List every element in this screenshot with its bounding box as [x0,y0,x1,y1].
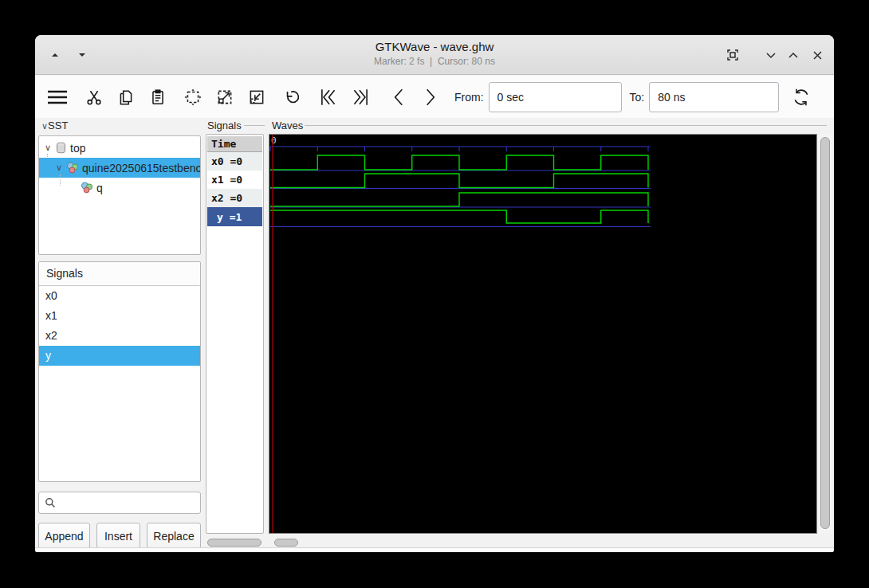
signals-frame-label: Signals [207,120,242,131]
search-icon [45,497,56,508]
tree-item-top[interactable]: ∨ top [39,138,200,158]
trace-value: =0 [230,174,242,186]
shade-up-icon [50,52,60,58]
waves-frame-line [305,125,827,126]
names-hscrollbar[interactable] [207,539,261,547]
shade-down-button[interactable] [72,45,92,65]
wave-names-panel: Time x0 =0 x1 =0 x2 =0 y =1 [206,134,264,534]
shade-up-button[interactable] [45,45,65,65]
list-item-x2[interactable]: x2 [39,326,200,346]
menu-icon [46,89,69,105]
append-button[interactable]: Append [38,523,90,549]
cursor-readout: Cursor: 80 ns [438,56,495,67]
window-bottom-strip [35,547,834,552]
trace-name-y[interactable]: y =1 [207,207,262,226]
minimize-button[interactable] [761,45,781,65]
trace-name-label: x1 [211,174,224,186]
maximize-icon [788,52,799,59]
tree-item-label: q [96,182,103,194]
gtkwave-window: GTKWave - wave.ghw Marker: 2 fs | Cursor… [35,35,834,552]
waves-frame-label: Waves [272,120,303,131]
fullscreen-icon [726,49,739,61]
maximize-button[interactable] [783,45,804,65]
next-edge-icon [421,87,440,108]
zoom-out-button[interactable] [241,81,273,113]
cut-button[interactable] [78,81,110,113]
next-edge-button[interactable] [415,81,446,113]
reload-button[interactable] [785,81,817,113]
jump-start-button[interactable] [313,81,344,113]
signal-search-box[interactable] [38,492,201,514]
zoom-fit-button[interactable] [177,81,209,113]
signals-list-header[interactable]: Signals [39,262,200,286]
signals-frame-line [244,125,265,126]
titlebar[interactable]: GTKWave - wave.ghw Marker: 2 fs | Cursor… [35,35,834,75]
tree-item-q[interactable]: q [39,178,200,198]
prev-edge-icon [389,87,408,108]
trace-name-label: x2 [211,192,224,204]
to-label: To: [630,91,645,104]
trace-name-x1[interactable]: x1 =0 [207,171,262,189]
trace-name-label: x0 [211,155,224,167]
tree-item-testbench[interactable]: ∨ quine20250615testbench [39,158,200,178]
signals-list-panel: Signals x0 x1 x2 y [38,261,201,482]
zoom-in-button[interactable] [209,81,241,113]
trace-value: =0 [230,192,242,204]
waves-hscrollbar[interactable] [274,539,298,547]
svg-text:0: 0 [271,135,277,146]
jump-start-icon [318,87,339,108]
close-icon [812,50,823,61]
database-icon [55,142,67,154]
trace-name-x2[interactable]: x2 =0 [207,189,262,207]
list-item-x0[interactable]: x0 [39,286,200,306]
waves-vscroll-track[interactable] [818,134,832,534]
time-header[interactable]: Time [207,136,262,152]
wave-canvas[interactable]: 0 [269,134,817,534]
minimize-icon [765,52,777,59]
jump-end-icon [350,87,371,108]
trace-name-x0[interactable]: x0 =0 [207,152,262,171]
trace-value: =1 [230,211,242,223]
wave-canvas-svg: 0 [269,135,816,533]
subtitle-separator: | [430,56,432,67]
fullscreen-button[interactable] [722,45,743,65]
list-item-x1[interactable]: x1 [39,306,200,326]
to-input[interactable] [649,82,779,112]
chevron-down-icon[interactable]: ∨ [53,163,65,173]
window-title: GTKWave - wave.ghw [35,40,834,53]
jump-end-button[interactable] [344,81,376,113]
zoom-fit-icon [183,88,203,107]
tree-item-label: top [70,142,85,155]
sst-expander-icon[interactable]: ∨ [41,121,48,131]
desktop-background: GTKWave - wave.ghw Marker: 2 fs | Cursor… [0,0,869,588]
trace-value: =0 [230,155,242,167]
sst-tree-panel: ∨ top ∨ quine20250615testbench [38,135,201,255]
paste-button[interactable] [142,81,174,113]
copy-button[interactable] [110,81,142,113]
tree-item-label: quine20250615testbench [82,162,200,174]
paste-icon [149,88,167,106]
search-input[interactable] [61,497,188,509]
shade-down-icon [77,52,87,58]
toolbar: From: To: [35,76,834,118]
marker-readout: Marker: 2 fs [374,56,424,67]
component-icon [81,182,93,194]
replace-button[interactable]: Replace [147,523,201,549]
copy-icon [117,88,135,106]
menu-button[interactable] [41,81,73,113]
sst-frame: ∨SST [41,120,68,131]
zoom-in-icon [215,88,234,107]
cut-icon [85,88,103,106]
component-icon [66,162,79,174]
close-button[interactable] [807,45,828,65]
undo-button[interactable] [276,81,308,113]
list-item-y[interactable]: y [39,346,200,366]
insert-button[interactable]: Insert [96,523,140,549]
waves-vscrollbar[interactable] [820,137,830,529]
chevron-down-icon[interactable]: ∨ [42,143,53,153]
undo-icon [282,88,301,107]
from-label: From: [454,91,484,104]
window-subtitle: Marker: 2 fs | Cursor: 80 ns [35,56,834,67]
from-input[interactable] [489,82,622,112]
prev-edge-button[interactable] [383,81,415,113]
